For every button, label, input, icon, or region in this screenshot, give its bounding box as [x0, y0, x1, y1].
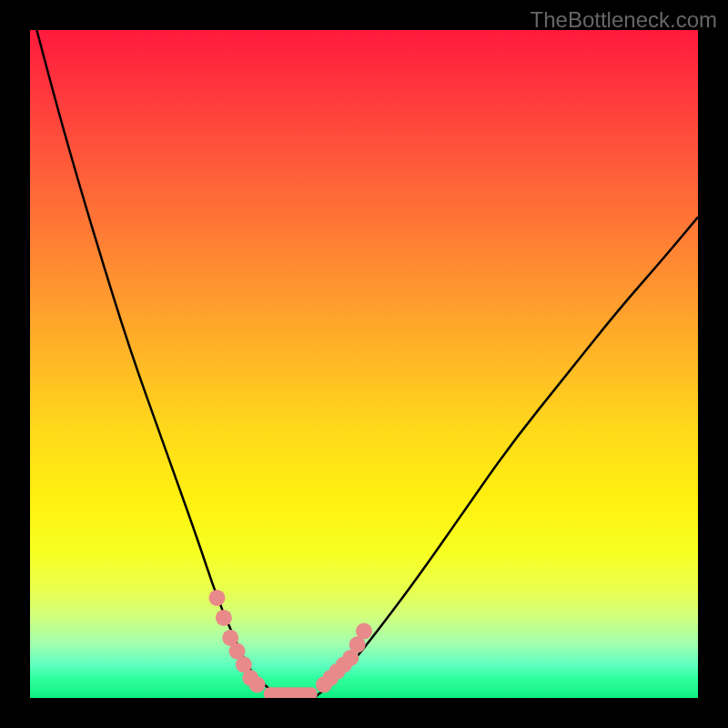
chart-svg — [30, 30, 698, 698]
marker-dot — [356, 623, 372, 640]
chart-plot-area — [30, 30, 698, 698]
marker-dot — [209, 590, 226, 606]
marker-dot — [249, 676, 266, 693]
right-curve-line — [314, 217, 698, 698]
marker-dot — [216, 610, 232, 626]
left-curve-line — [36, 30, 280, 698]
bottom-marker-bar — [264, 687, 318, 698]
watermark-text: TheBottleneck.com — [531, 7, 717, 33]
right-marker-cluster — [316, 623, 372, 693]
left-marker-cluster — [209, 590, 266, 693]
